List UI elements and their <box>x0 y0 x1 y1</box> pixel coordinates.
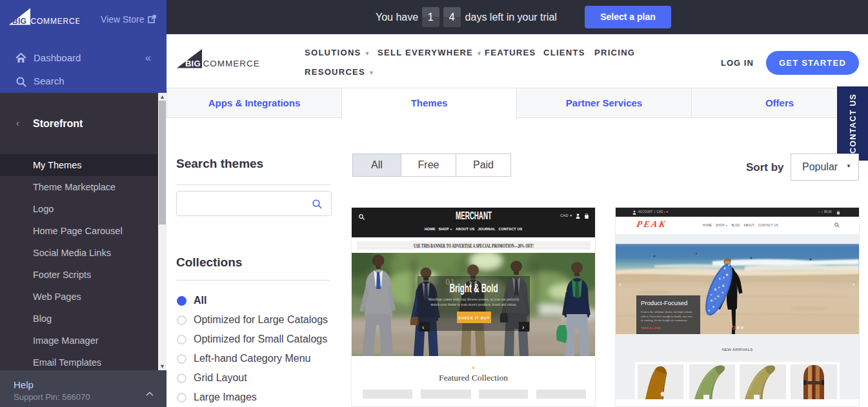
svg-text:COMMERCE: COMMERCE <box>203 59 260 68</box>
svg-text:›: › <box>522 324 524 331</box>
svg-text:Peak is the ultimate choice fo: Peak is the ultimate choice for high-vol… <box>641 310 692 313</box>
svg-text:BIG: BIG <box>185 59 201 68</box>
svg-text:TAKE A LOOK: TAKE A LOOK <box>641 326 660 330</box>
svg-text:sellers. Powerful enough to ha: sellers. Powerful enough to handle any s… <box>641 315 692 318</box>
svg-text:CHECK IT OUT: CHECK IT OUT <box>458 316 490 320</box>
svg-text:‹: ‹ <box>422 324 424 331</box>
svg-text:BIG: BIG <box>12 17 26 26</box>
svg-text:Bright & Bold: Bright & Bold <box>450 282 498 295</box>
svg-text:‹: ‹ <box>619 281 621 288</box>
svg-text:match your theme to your store: match your theme to your store's product… <box>431 303 518 306</box>
svg-text:USE THIS BANNER TO ADVERTISE A: USE THIS BANNER TO ADVERTISE A SPECIAL P… <box>414 243 534 249</box>
svg-text:Merchant comes with four diver: Merchant comes with four diverse presets… <box>429 297 520 301</box>
svg-text:›: › <box>853 281 854 288</box>
svg-text:MERCHANT: MERCHANT <box>456 210 492 221</box>
svg-text:Product-Focused: Product-Focused <box>641 299 687 306</box>
svg-text:COMMERCE: COMMERCE <box>31 17 80 26</box>
